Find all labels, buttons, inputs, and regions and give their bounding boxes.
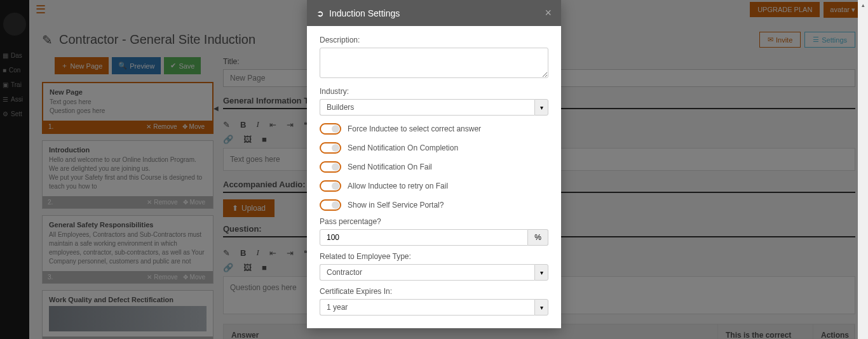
pass-percentage-input[interactable] xyxy=(320,229,528,246)
employee-type-select[interactable]: Contractor xyxy=(320,264,534,281)
induction-settings-modal: ➲Induction Settings × Description: Indus… xyxy=(307,0,561,328)
modal-title-text: Induction Settings xyxy=(329,8,400,18)
pass-percentage-label: Pass percentage? xyxy=(320,217,548,226)
login-icon: ➲ xyxy=(316,8,324,18)
description-textarea[interactable] xyxy=(320,48,548,78)
industry-label: Industry: xyxy=(320,87,548,96)
scroll-up-arrow[interactable]: ▴ xyxy=(858,0,868,10)
toggle-switch[interactable] xyxy=(320,199,341,211)
employee-type-label: Related to Employee Type: xyxy=(320,252,548,261)
toggle-label: Force Inductee to select correct answer xyxy=(348,124,481,133)
chevron-down-icon[interactable]: ▾ xyxy=(534,99,548,116)
vertical-scrollbar[interactable]: ▴ xyxy=(858,0,868,339)
toggle-label: Show in Self Service Portal? xyxy=(348,201,444,209)
toggle-label: Allow Inductee to retry on Fail xyxy=(348,182,448,190)
percent-addon: % xyxy=(528,229,548,246)
description-label: Description: xyxy=(320,36,548,44)
toggle-label: Send Notification On Completion xyxy=(348,143,458,152)
industry-select[interactable]: Builders xyxy=(320,99,534,116)
expires-select[interactable]: 1 year xyxy=(320,299,534,316)
toggle-switch[interactable] xyxy=(320,142,341,154)
toggle-label: Send Notification On Fail xyxy=(348,163,432,171)
toggle-switch[interactable] xyxy=(320,123,341,135)
toggle-switch[interactable] xyxy=(320,161,341,173)
chevron-down-icon[interactable]: ▾ xyxy=(534,264,548,281)
close-icon[interactable]: × xyxy=(545,6,552,20)
toggle-switch[interactable] xyxy=(320,180,341,192)
chevron-down-icon[interactable]: ▾ xyxy=(534,299,548,316)
expires-label: Certificate Expires In: xyxy=(320,287,548,296)
